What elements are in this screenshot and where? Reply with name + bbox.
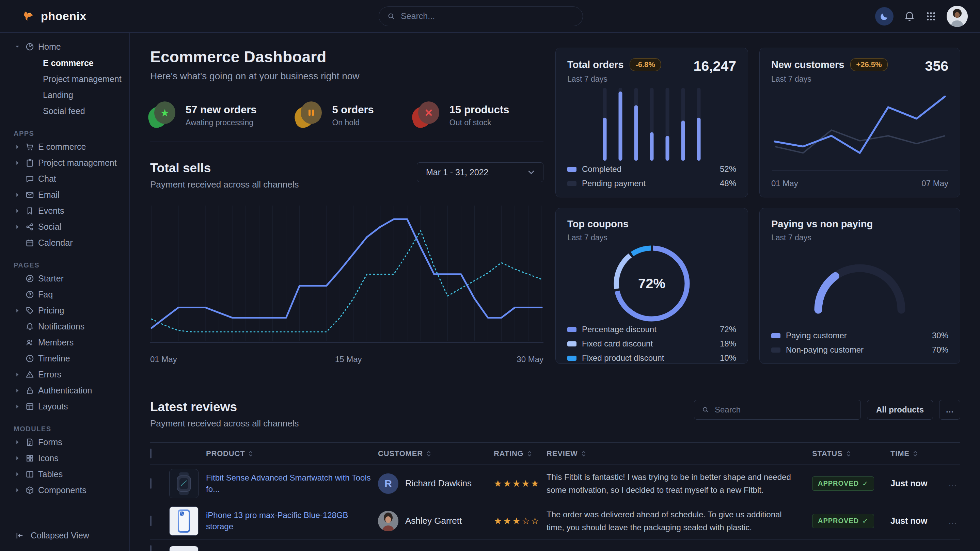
- customer-avatar: [378, 511, 398, 531]
- question-circle-icon: [24, 290, 35, 299]
- stats-row: ★ 57 new orders Awating processing: [150, 102, 544, 129]
- customer-avatar: R: [378, 473, 398, 494]
- chevron-right-icon: [14, 308, 21, 313]
- sort-icon: [581, 451, 586, 457]
- bookmark-icon: [24, 206, 35, 216]
- main-content: Ecommerce Dashboard Here's what's going …: [130, 33, 980, 551]
- sidebar-item-home[interactable]: Home: [14, 38, 129, 55]
- legend-nonpaying-customer: Non-paying customer 70%: [771, 345, 948, 355]
- total-orders-card: Total orders -6.8% Last 7 days 16,247: [555, 48, 748, 197]
- column-review[interactable]: REVIEW: [547, 449, 812, 458]
- row-checkbox[interactable]: [150, 545, 151, 551]
- box-icon: [24, 486, 35, 495]
- sidebar-item-chat[interactable]: Chat: [14, 171, 129, 187]
- notifications-button[interactable]: [904, 11, 915, 22]
- chevron-right-icon: [14, 372, 21, 377]
- product-image[interactable]: [169, 469, 199, 498]
- new-orders-icon: ★: [150, 102, 177, 129]
- sidebar-item-authentication[interactable]: Authentication: [14, 383, 129, 399]
- row-checkbox[interactable]: [150, 478, 151, 489]
- apps-grid-button[interactable]: [926, 11, 936, 22]
- column-customer[interactable]: CUSTOMER: [378, 449, 494, 458]
- paying-vs-nonpaying-card: Paying vs non paying Last 7 days Paying …: [759, 208, 960, 364]
- new-customers-chart: [771, 84, 948, 175]
- sidebar-item-e-commerce-home[interactable]: E commerce: [14, 55, 129, 71]
- column-product[interactable]: PRODUCT: [206, 449, 378, 458]
- row-menu-button[interactable]: …: [945, 516, 960, 526]
- user-avatar[interactable]: [947, 6, 968, 27]
- sidebar-item-events[interactable]: Events: [14, 203, 129, 219]
- product-link[interactable]: iPhone 13 pro max-Pacific Blue-128GB sto…: [206, 510, 348, 530]
- row-checkbox[interactable]: [150, 516, 151, 526]
- status-badge: APPROVED✓: [812, 476, 874, 491]
- lock-icon: [24, 386, 35, 395]
- column-status[interactable]: STATUS: [812, 449, 891, 458]
- sidebar-item-calendar[interactable]: Calendar: [14, 235, 129, 251]
- sidebar-item-errors[interactable]: Errors: [14, 367, 129, 383]
- pause-icon: [308, 109, 315, 117]
- sidebar-item-notifications[interactable]: Notifications: [14, 319, 129, 335]
- sidebar-item-members[interactable]: Members: [14, 335, 129, 351]
- all-products-button[interactable]: All products: [867, 400, 933, 420]
- date-range-select[interactable]: Mar 1 - 31, 2022: [417, 162, 544, 182]
- sidebar-item-starter[interactable]: Starter: [14, 271, 129, 287]
- compass-icon: [24, 274, 35, 283]
- sidebar-item-components[interactable]: Components: [14, 482, 129, 498]
- global-search-input[interactable]: [401, 11, 574, 21]
- collapse-sidebar-button[interactable]: Collapsed View: [0, 520, 129, 551]
- select-all-checkbox[interactable]: [150, 449, 151, 459]
- stat-out-of-stock: 15 products Out of stock: [414, 102, 509, 129]
- tag-icon: [24, 306, 35, 315]
- customer-cell[interactable]: Ashley Garrett: [378, 511, 494, 531]
- reviews-search[interactable]: [694, 400, 861, 420]
- more-options-button[interactable]: …: [939, 400, 960, 420]
- brand-logo[interactable]: phoenix: [22, 9, 86, 24]
- check-icon: ✓: [862, 517, 868, 525]
- card-title: Paying vs non paying: [771, 219, 873, 230]
- customer-cell[interactable]: R Richard Dawkins: [378, 473, 494, 494]
- sidebar-item-social[interactable]: Social: [14, 219, 129, 235]
- table-row-partial: [150, 540, 960, 551]
- sidebar-item-social-feed[interactable]: Social feed: [14, 103, 129, 119]
- x-icon: [425, 109, 433, 116]
- sidebar-item-e-commerce-apps[interactable]: E commerce: [14, 139, 129, 155]
- search-icon: [387, 12, 395, 21]
- nine-dots-grid-icon: [926, 11, 936, 22]
- sidebar-item-email[interactable]: Email: [14, 187, 129, 203]
- column-rating[interactable]: RATING: [494, 449, 547, 458]
- column-time[interactable]: TIME: [891, 449, 945, 458]
- rating-stars: ★★★☆☆: [494, 516, 547, 527]
- sidebar-item-layouts[interactable]: Layouts: [14, 399, 129, 414]
- sidebar-item-tables[interactable]: Tables: [14, 466, 129, 482]
- x-axis-label-mid: 15 May: [335, 355, 362, 364]
- layout-icon: [24, 402, 35, 411]
- sidebar-item-project-management-home[interactable]: Project management: [14, 71, 129, 87]
- chevron-right-icon: [14, 472, 21, 476]
- chevron-right-icon: [14, 144, 21, 149]
- reviews-search-input[interactable]: [715, 405, 853, 414]
- sidebar-item-forms[interactable]: Forms: [14, 434, 129, 450]
- theme-toggle-button[interactable]: [875, 7, 894, 25]
- product-link[interactable]: Fitbit Sense Advanced Smartwatch with To…: [206, 473, 371, 493]
- top-coupons-card: Top coupons Last 7 days 72% Percentage d: [555, 208, 748, 364]
- sidebar-item-landing[interactable]: Landing: [14, 87, 129, 103]
- card-title: Top coupons: [567, 219, 628, 230]
- sidebar-item-timeline[interactable]: Timeline: [14, 351, 129, 367]
- out-of-stock-icon: [414, 102, 441, 129]
- chevron-right-icon: [14, 193, 21, 197]
- reviews-title: Latest reviews: [150, 400, 299, 414]
- product-image[interactable]: [169, 507, 199, 536]
- sidebar-item-project-management-apps[interactable]: Project management: [14, 155, 129, 171]
- global-search[interactable]: [379, 6, 583, 26]
- product-image[interactable]: [169, 546, 199, 551]
- legend-percentage-discount: Percentage discount 72%: [567, 325, 736, 334]
- sidebar-item-icons[interactable]: Icons: [14, 450, 129, 466]
- chevron-down-icon: [14, 44, 21, 49]
- row-menu-button[interactable]: …: [945, 478, 960, 489]
- sidebar-item-faq[interactable]: Faq: [14, 287, 129, 303]
- change-badge: +26.5%: [850, 58, 888, 71]
- stat-new-orders: ★ 57 new orders Awating processing: [150, 102, 256, 129]
- sidebar-item-pricing[interactable]: Pricing: [14, 303, 129, 319]
- chevron-right-icon: [14, 456, 21, 460]
- chevron-right-icon: [14, 388, 21, 393]
